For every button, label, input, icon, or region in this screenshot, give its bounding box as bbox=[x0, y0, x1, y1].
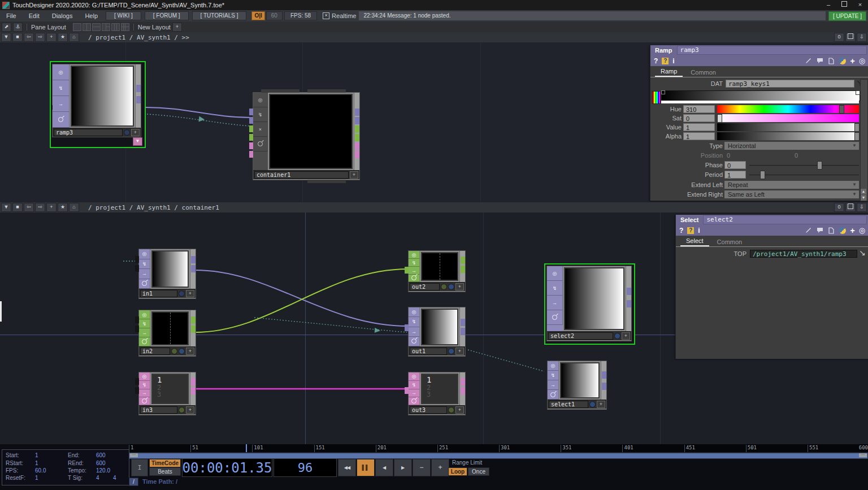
tab-common[interactable]: Common bbox=[685, 68, 722, 77]
container1-input-connector[interactable] bbox=[249, 151, 253, 158]
out3-output-connector[interactable] bbox=[461, 378, 465, 385]
update-button[interactable]: [ UPDATE ] bbox=[828, 11, 866, 21]
maximize-button[interactable] bbox=[836, 0, 852, 10]
edit-comment-icon[interactable] bbox=[805, 57, 812, 64]
in1-output-connector[interactable] bbox=[191, 256, 196, 263]
container-bottom-connector[interactable] bbox=[307, 180, 346, 183]
node-label[interactable]: out1 bbox=[410, 348, 447, 355]
bypass-flag-icon[interactable] bbox=[409, 275, 420, 282]
pane2-counter[interactable]: 0 bbox=[834, 203, 844, 212]
value-field[interactable]: 1 bbox=[683, 123, 715, 131]
bypass-flag-icon[interactable] bbox=[53, 112, 70, 128]
panel-scrollbar[interactable]: ▲ ▼ bbox=[860, 79, 868, 201]
container1-output-connector[interactable] bbox=[355, 151, 359, 158]
pane1-stop-button[interactable]: ■ bbox=[12, 33, 23, 42]
pane1-add-button[interactable]: + bbox=[46, 33, 57, 42]
node-out2[interactable]: ◎ ↯ → out2 + bbox=[408, 250, 466, 292]
info-button[interactable]: i bbox=[698, 227, 700, 235]
viewer-flag-icon[interactable]: ◎ bbox=[409, 372, 420, 381]
viewer-flag-icon[interactable]: ◎ bbox=[253, 93, 268, 107]
node-resize-button[interactable]: + bbox=[455, 348, 464, 355]
container1-input-connector[interactable] bbox=[249, 134, 253, 141]
node-select1[interactable]: ◎ ↯ → select1 + bbox=[547, 361, 607, 410]
pane1-forward-button[interactable]: ⇨ bbox=[35, 33, 45, 42]
hue-slider-handle[interactable] bbox=[839, 105, 844, 114]
range-start-handle[interactable]: ⋅⋅⋅ bbox=[130, 453, 138, 457]
node-ramp3-selection[interactable]: ◎ ↯ → ramp3 + bbox=[50, 61, 146, 148]
python-expression-icon[interactable] bbox=[839, 57, 846, 64]
pane2-back-button[interactable]: ⇦ bbox=[24, 203, 34, 212]
wire-in1-out1[interactable] bbox=[195, 270, 408, 326]
pane1-counter[interactable]: 0 bbox=[834, 33, 844, 42]
pane2-breadcrumb[interactable]: / project1 / AV_synth1 / container1 bbox=[88, 204, 219, 211]
fps-value[interactable]: 60.0 bbox=[35, 467, 46, 474]
node-select2[interactable]: ◎ ↯ → select2 + bbox=[546, 266, 632, 341]
in2-output-connector[interactable] bbox=[191, 316, 196, 324]
alpha-field[interactable]: 1 bbox=[683, 132, 715, 140]
node-out1[interactable]: ◎ ↯ → out1 + bbox=[408, 307, 466, 357]
display-flag-icon[interactable]: ↯ bbox=[139, 381, 150, 389]
pane2-menu-button[interactable]: ▼ bbox=[1, 203, 11, 212]
close-button[interactable]: × bbox=[852, 0, 868, 10]
export-arrow-icon[interactable]: ↘ bbox=[859, 249, 866, 257]
python-expression-icon[interactable] bbox=[839, 227, 846, 234]
bypass-flag-icon[interactable] bbox=[139, 337, 150, 346]
viewer-flag-icon[interactable]: ◎ bbox=[139, 310, 150, 319]
export-flag-icon[interactable]: → bbox=[547, 296, 563, 310]
out1-output-connector[interactable] bbox=[461, 319, 465, 326]
operator-name-field[interactable]: ramp3 bbox=[677, 46, 867, 55]
pane1-breadcrumb[interactable]: / project1 / AV_synth1 / >> bbox=[88, 34, 189, 41]
export-flag-icon[interactable]: → bbox=[409, 389, 420, 397]
node-container1[interactable]: ◎ ↯ × bbox=[253, 92, 360, 180]
pane1-menu-button[interactable]: ▼ bbox=[1, 33, 11, 42]
in1-input-connector[interactable] bbox=[135, 256, 139, 263]
increment-button[interactable]: + bbox=[431, 459, 449, 476]
display-flag-icon[interactable]: ↯ bbox=[409, 317, 420, 327]
pane2-add-button[interactable]: + bbox=[46, 203, 57, 212]
sat-field[interactable]: 0 bbox=[683, 114, 715, 122]
time-path-button[interactable]: / bbox=[129, 478, 138, 486]
display-flag-icon[interactable]: ↯ bbox=[409, 259, 420, 267]
in1-input-connector[interactable] bbox=[135, 265, 139, 272]
render-toggle[interactable] bbox=[448, 348, 454, 354]
tsig-numerator[interactable]: 4 bbox=[96, 474, 99, 482]
menu-dialogs[interactable]: Dialogs bbox=[46, 10, 79, 21]
node-select2-selection[interactable]: ◎ ↯ → select2 + bbox=[544, 263, 635, 345]
open-viewer-icon[interactable]: ⬈ bbox=[2, 23, 11, 32]
layout-left-right-split-button[interactable] bbox=[102, 23, 110, 31]
pane1-window-icon[interactable] bbox=[845, 33, 856, 42]
display-flag-icon[interactable]: ↯ bbox=[139, 259, 150, 270]
display-flag-icon[interactable]: ↯ bbox=[547, 281, 563, 296]
bullseye-icon[interactable]: ◎ bbox=[859, 57, 865, 65]
reference-wire-select1[interactable] bbox=[468, 350, 544, 371]
timeline-ruler[interactable]: 1 51 101 151 201 251 301 351 401 451 501… bbox=[129, 444, 868, 453]
node-label[interactable]: in1 bbox=[140, 290, 177, 297]
pane2-bookmark-button[interactable]: ★ bbox=[58, 203, 68, 212]
in2-output-connector[interactable] bbox=[191, 326, 196, 333]
loop-button[interactable]: Loop bbox=[448, 467, 467, 476]
out1-input-connector[interactable] bbox=[405, 324, 409, 331]
pane1-home-button[interactable]: ⌂ bbox=[69, 33, 79, 42]
in3-output-connector[interactable] bbox=[191, 387, 196, 394]
node-in3[interactable]: ◎ ↯ → 1 2 3 in3 bbox=[138, 372, 196, 415]
container1-output-connector[interactable] bbox=[355, 109, 359, 116]
layout-hsplit-button[interactable] bbox=[92, 23, 101, 31]
export-flag-icon[interactable]: → bbox=[409, 327, 420, 337]
tab-common[interactable]: Common bbox=[711, 238, 748, 246]
ramp-key-start[interactable] bbox=[661, 90, 665, 94]
container1-input-connector[interactable] bbox=[249, 125, 253, 132]
playhead[interactable] bbox=[246, 444, 247, 452]
range-end-handle[interactable]: ⋅⋅⋅ bbox=[859, 453, 867, 457]
beats-mode-button[interactable]: Beats bbox=[149, 467, 181, 476]
display-flag-icon[interactable]: ↯ bbox=[139, 319, 150, 328]
viewer-flag-icon[interactable]: ◎ bbox=[548, 361, 559, 371]
comment-icon[interactable] bbox=[816, 227, 823, 234]
step-back-button[interactable]: ◀ bbox=[375, 459, 393, 476]
render-toggle[interactable] bbox=[448, 284, 454, 290]
python-help-button[interactable]: ? bbox=[662, 58, 669, 64]
viewer-flag-icon[interactable]: ◎ bbox=[409, 251, 420, 259]
pane2-stop-button[interactable]: ■ bbox=[12, 203, 23, 212]
export-flag-icon[interactable]: → bbox=[139, 328, 150, 337]
sat-slider-handle[interactable] bbox=[717, 114, 722, 123]
layout-three-pane-button[interactable] bbox=[111, 23, 120, 31]
